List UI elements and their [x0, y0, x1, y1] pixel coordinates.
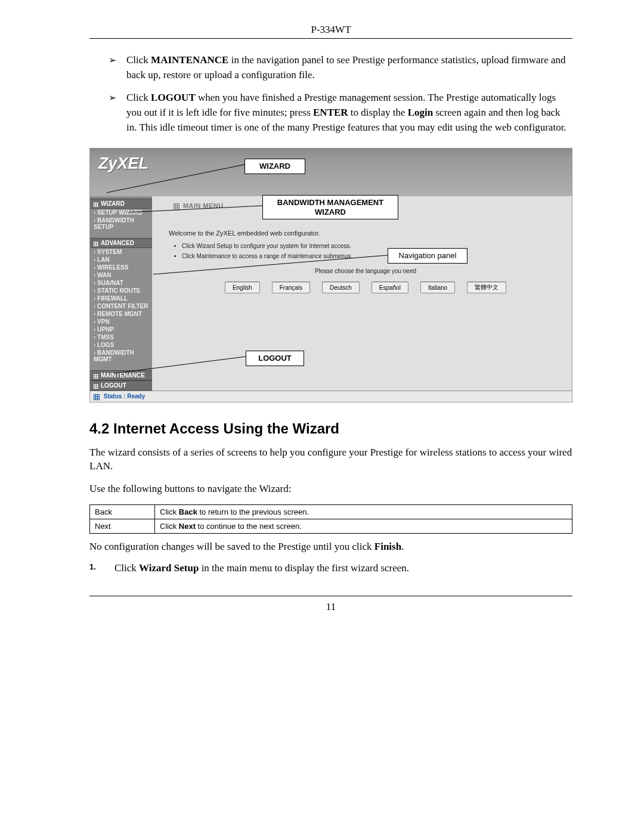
- bullet-logout: Click LOGOUT when you have finished a Pr…: [109, 91, 572, 135]
- nav-panel[interactable]: WIZARD SETUP WIZARD BANDWIDTH SETUP ADVA…: [90, 196, 152, 391]
- cell-next-desc: Click Next to continue to the next scree…: [155, 519, 572, 533]
- status-icon: [94, 394, 100, 400]
- callout-wizard: WIZARD: [244, 159, 305, 174]
- bullet-maintenance: Click MAINTENANCE in the navigation pane…: [109, 53, 572, 82]
- nav-item-tmss[interactable]: TMSS: [90, 333, 152, 341]
- lang-english-button[interactable]: English: [225, 281, 260, 293]
- nav-section-wizard[interactable]: WIZARD: [90, 199, 152, 209]
- instructions: Click Wizard Setup to configure your sys…: [182, 243, 562, 259]
- callout-logout: LOGOUT: [246, 351, 304, 366]
- app-main: MAIN MENU Welcome to the ZyXEL embedded …: [152, 196, 572, 391]
- nav-item-sua-nat[interactable]: SUA/NAT: [90, 279, 152, 287]
- step-number: 1.: [89, 562, 112, 571]
- brand-logo: ZyXEL: [98, 154, 148, 172]
- nav-section-maintenance[interactable]: MAINTENANCE: [90, 370, 152, 380]
- status-value: Ready: [127, 393, 145, 400]
- welcome-text: Welcome to the ZyXEL embedded web config…: [169, 230, 562, 237]
- section-p3: No configuration changes will be saved t…: [89, 540, 572, 554]
- nav-item-setup-wizard[interactable]: SETUP WIZARD: [90, 209, 152, 216]
- callout-bw-wizard: BANDWIDTH MANAGEMENT WIZARD: [262, 195, 398, 219]
- callout-nav-panel: Navigation panel: [388, 248, 467, 264]
- cell-back-desc: Click Back to return to the previous scr…: [155, 504, 572, 519]
- nav-item-system[interactable]: SYSTEM: [90, 248, 152, 256]
- figure-web-configurator: WIZARD BANDWIDTH MANAGEMENT WIZARD Navig…: [89, 148, 572, 402]
- section-p1: The wizard consists of a series of scree…: [89, 445, 572, 474]
- nav-item-wan[interactable]: WAN: [90, 271, 152, 279]
- nav-item-remote-mgnt[interactable]: REMOTE MGNT: [90, 310, 152, 318]
- lang-deutsch-button[interactable]: Deutsch: [322, 281, 360, 293]
- lang-chinese-button[interactable]: 繁體中文: [467, 281, 506, 293]
- instr-wizard: Click Wizard Setup to configure your sys…: [182, 243, 562, 249]
- status-label: Status :: [104, 393, 126, 400]
- page-header: P-334WT: [89, 24, 572, 39]
- cell-next-label: Next: [90, 519, 155, 533]
- nav-section-logout[interactable]: LOGOUT: [90, 380, 152, 391]
- language-prompt: Please choose the language you need: [169, 268, 562, 274]
- nav-item-bandwidth-setup[interactable]: BANDWIDTH SETUP: [90, 216, 152, 231]
- nav-item-static-route[interactable]: STATIC ROUTE: [90, 287, 152, 295]
- nav-buttons-table: Back Click Back to return to the previou…: [89, 504, 572, 534]
- nav-item-wireless[interactable]: WIRELESS: [90, 264, 152, 271]
- instr-maintenance: Click Maintenance to access a range of m…: [182, 253, 562, 259]
- app-topbar: ZyXEL: [90, 148, 572, 196]
- nav-item-firewall[interactable]: FIREWALL: [90, 295, 152, 302]
- table-row: Next Click Next to continue to the next …: [90, 519, 572, 533]
- nav-item-content-filter[interactable]: CONTENT FILTER: [90, 302, 152, 310]
- page-footer: 11: [89, 596, 572, 613]
- section-heading: 4.2 Internet Access Using the Wizard: [89, 420, 572, 437]
- step-1: 1. Click Wizard Setup in the main menu t…: [89, 562, 572, 574]
- status-bar: Status : Ready: [90, 391, 572, 401]
- section-p2: Use the following buttons to navigate th…: [89, 482, 572, 496]
- nav-item-vpn[interactable]: VPN: [90, 318, 152, 326]
- nav-item-upnp[interactable]: UPNP: [90, 326, 152, 333]
- language-row: English Français Deutsch Español Italian…: [169, 281, 562, 293]
- lang-francais-button[interactable]: Français: [272, 281, 310, 293]
- lang-italiano-button[interactable]: Italiano: [420, 281, 455, 293]
- table-row: Back Click Back to return to the previou…: [90, 504, 572, 519]
- nav-item-logs[interactable]: LOGS: [90, 341, 152, 349]
- lang-espanol-button[interactable]: Español: [371, 281, 408, 293]
- cell-back-label: Back: [90, 504, 155, 519]
- nav-item-bandwidth-mgmt[interactable]: BANDWIDTH MGMT: [90, 349, 152, 363]
- app-window: ZyXEL WIZARD SETUP WIZARD BANDWIDTH SETU…: [89, 148, 572, 402]
- nav-item-lan[interactable]: LAN: [90, 256, 152, 264]
- intro-bullets: Click MAINTENANCE in the navigation pane…: [89, 53, 572, 135]
- step-text: Click Wizard Setup in the main menu to d…: [114, 562, 409, 574]
- nav-section-advanced[interactable]: ADVANCED: [90, 238, 152, 248]
